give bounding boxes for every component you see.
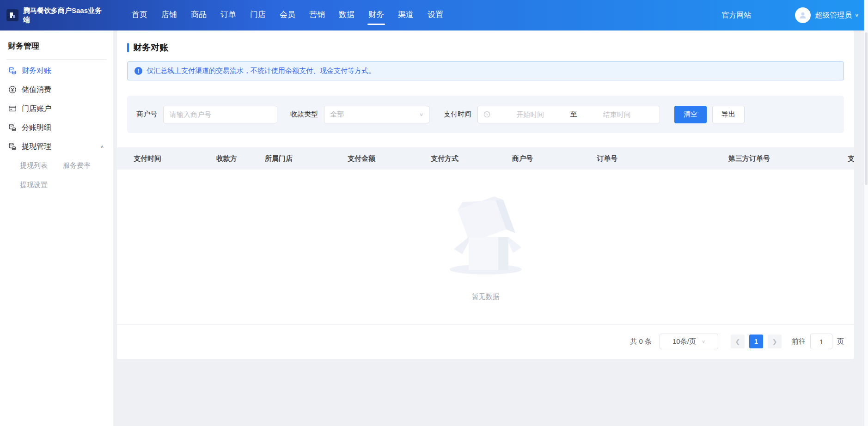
coins-icon (8, 123, 17, 132)
chevron-left-icon: ❮ (735, 338, 740, 345)
start-time-input[interactable] (493, 110, 568, 118)
brand-title: 腾马餐饮多商户Saas业务端 (23, 6, 105, 24)
date-range-separator: 至 (568, 110, 580, 119)
info-alert: ! 仅汇总线上支付渠道的交易流水，不统计使用余额支付、现金支付等方式。 (127, 61, 844, 80)
nav-item-home[interactable]: 首页 (132, 3, 147, 28)
divider (6, 59, 107, 60)
col-clipped: 支付 (848, 154, 854, 163)
col-order-id: 订单号 (597, 154, 728, 163)
logo-area: 腾马餐饮多商户Saas业务端 (0, 0, 113, 30)
submenu-item-service-rate[interactable]: 服务费率 (63, 156, 106, 175)
page-size-select[interactable]: 10条/页 ∨ (660, 334, 718, 349)
title-accent-bar (127, 43, 129, 52)
table-header-row: 支付时间 收款方 所属门店 支付金额 支付方式 商户号 订单号 第三方订单号 支… (117, 147, 854, 170)
sidebar-item-label: 分账明细 (22, 123, 51, 133)
chevron-down-icon[interactable]: ∨ (855, 12, 859, 18)
sidebar-item-label: 门店账户 (22, 104, 51, 114)
alert-text: 仅汇总线上支付渠道的交易流水，不统计使用余额支付、现金支付等方式。 (147, 67, 375, 75)
user-name[interactable]: 超级管理员 (815, 11, 852, 20)
info-icon: ! (134, 67, 142, 75)
person-icon (798, 11, 807, 20)
export-button[interactable]: 导出 (712, 106, 745, 123)
empty-state: 暂无数据 (117, 170, 854, 325)
nav-item-data[interactable]: 数据 (339, 3, 355, 28)
merchant-id-input[interactable] (163, 106, 277, 123)
end-time-input[interactable] (580, 110, 654, 118)
yen-circle-icon (8, 85, 17, 94)
main-menu: 首页 店铺 商品 订单 门店 会员 营销 数据 财务 渠道 设置 (113, 3, 443, 28)
chevron-right-icon: ❯ (772, 338, 777, 345)
nav-item-shop[interactable]: 店铺 (161, 3, 177, 28)
nav-item-settings[interactable]: 设置 (428, 3, 443, 28)
sidebar-item-label: 财务对账 (22, 66, 51, 76)
col-amount: 支付金额 (348, 154, 431, 163)
sidebar-item-split-detail[interactable]: 分账明细 (0, 118, 113, 137)
nav-item-marketing[interactable]: 营销 (309, 3, 325, 28)
sidebar-item-withdraw-management[interactable]: 提现管理 ∧ (0, 137, 113, 156)
sidebar-item-label: 提现管理 (22, 142, 51, 152)
col-merchant-id: 商户号 (512, 154, 597, 163)
col-pay-time: 支付时间 (134, 154, 216, 163)
col-third-party-order-id: 第三方订单号 (728, 154, 848, 163)
total-count: 共 0 条 (630, 337, 652, 346)
page-title-row: 财务对账 (127, 42, 844, 54)
empty-text: 暂无数据 (472, 292, 500, 301)
payment-type-value: 全部 (330, 110, 344, 119)
coins-icon (8, 67, 17, 75)
empty-box-illustration (442, 193, 530, 276)
main-content-card: 财务对账 ! 仅汇总线上支付渠道的交易流水，不统计使用余额支付、现金支付等方式。… (117, 30, 854, 359)
payment-type-select[interactable]: 全部 ∨ (324, 106, 429, 123)
sidebar-item-store-account[interactable]: 门店账户 (0, 99, 113, 118)
nav-item-orders[interactable]: 订单 (220, 3, 236, 28)
merchant-id-label: 商户号 (136, 110, 157, 119)
page-title: 财务对账 (133, 42, 168, 54)
page-size-value: 10条/页 (672, 337, 696, 346)
sidebar-item-reconciliation[interactable]: 财务对账 (0, 61, 113, 80)
col-pay-method: 支付方式 (431, 154, 512, 163)
nav-item-finance[interactable]: 财务 (368, 3, 384, 28)
chevron-down-icon: ∨ (702, 339, 705, 344)
goto-page-input[interactable] (810, 334, 832, 349)
clock-icon (483, 111, 490, 118)
nav-item-goods[interactable]: 商品 (191, 3, 207, 28)
brand-logo-icon (6, 9, 18, 21)
chevron-up-icon[interactable]: ∧ (100, 144, 104, 149)
chevron-down-icon: ∨ (419, 112, 423, 117)
pay-time-range-picker[interactable]: 至 (477, 106, 660, 123)
user-avatar[interactable] (795, 7, 811, 23)
goto-label: 前往 (792, 337, 806, 346)
sidebar: 财务管理 财务对账 储值消费 (0, 30, 113, 426)
page-number-1[interactable]: 1 (749, 335, 763, 348)
col-store: 所属门店 (265, 154, 348, 163)
submenu-item-withdraw-settings[interactable]: 提现设置 (20, 175, 63, 195)
pay-time-label: 支付时间 (444, 110, 471, 119)
pagination: 共 0 条 10条/页 ∨ ❮ 1 ❯ 前往 页 (127, 334, 844, 349)
nav-item-members[interactable]: 会员 (280, 3, 295, 28)
clear-button[interactable]: 清空 (674, 106, 707, 123)
top-navigation: 腾马餐饮多商户Saas业务端 首页 店铺 商品 订单 门店 会员 营销 数据 财… (0, 0, 868, 30)
sidebar-item-label: 储值消费 (22, 85, 51, 95)
nav-right-area: 官方网站 超级管理员 ∨ (721, 7, 868, 23)
page-unit-label: 页 (837, 337, 844, 346)
coins-icon (8, 142, 17, 151)
prev-page-button[interactable]: ❮ (731, 335, 745, 348)
col-payee: 收款方 (216, 154, 265, 163)
submenu-item-withdraw-list[interactable]: 提现列表 (20, 156, 63, 175)
bank-card-icon (8, 104, 17, 113)
sidebar-item-stored-value[interactable]: 储值消费 (0, 80, 113, 99)
next-page-button[interactable]: ❯ (768, 335, 782, 348)
payment-type-label: 收款类型 (290, 110, 318, 119)
nav-item-channels[interactable]: 渠道 (398, 3, 414, 28)
official-site-link[interactable]: 官方网站 (721, 11, 751, 20)
filter-panel: 商户号 收款类型 全部 ∨ 支付时间 至 清空 导出 (127, 96, 844, 133)
scrollbar-thumb[interactable] (865, 32, 868, 185)
withdraw-submenu: 提现列表 服务费率 提现设置 (0, 156, 113, 195)
nav-item-stores[interactable]: 门店 (250, 3, 266, 28)
sidebar-title: 财务管理 (0, 41, 113, 51)
scrollbar-track[interactable] (864, 0, 868, 426)
